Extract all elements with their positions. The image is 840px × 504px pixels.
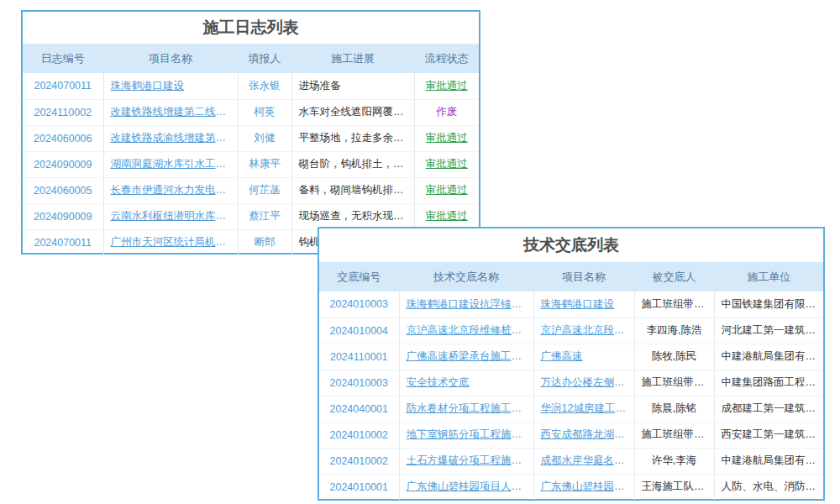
project-name-link[interactable]: 万达办公楼左侧A...: [533, 370, 634, 396]
col-header-log-no: 日志编号: [23, 44, 103, 73]
disclosure-name-link[interactable]: 地下室钢筋分项工程施工...: [399, 422, 533, 448]
table-row: 2024070011 珠海鹤港口建设 张永银 进场准备 审批通过: [23, 73, 479, 99]
recipients-cell: 陈晨,陈铭: [634, 396, 714, 422]
col-header-project-name: 项目名称: [533, 262, 634, 291]
project-name-link[interactable]: 长春市伊通河水力发电厂...: [103, 177, 238, 203]
construction-log-header-row: 日志编号 项目名称 填报人 施工进展 流程状态: [23, 44, 479, 73]
progress-cell: 现场巡查，无积水现象，水...: [291, 203, 414, 229]
project-name-link[interactable]: 改建铁路成渝线增建第二...: [103, 125, 238, 151]
project-name-link[interactable]: 广佛高速: [533, 344, 634, 370]
disclosure-no-cell[interactable]: 2024040001: [319, 396, 399, 422]
disclosure-no-cell[interactable]: 2024010004: [319, 318, 399, 344]
log-no-cell[interactable]: 2024060005: [23, 177, 103, 203]
project-name-link[interactable]: 广东佛山碧桂园项目: [533, 474, 634, 500]
reporter-cell: 张永银: [238, 73, 291, 99]
progress-cell: 砌台阶，钩机排土，二包砌...: [291, 151, 414, 177]
table-row: 2024060005 长春市伊通河水力发电厂... 何芷菡 备料，砌间墙钩机排土…: [23, 177, 479, 203]
table-row: 2024090009 湖南洞庭湖水库引水工程... 林康平 砌台阶，钩机排土，二…: [23, 151, 479, 177]
project-name-link[interactable]: 珠海鹤港口建设: [103, 73, 238, 99]
disclosure-no-cell[interactable]: 2024010003: [319, 370, 399, 396]
col-header-disclosure-name: 技术交底名称: [399, 262, 533, 291]
construction-unit-cell: 中国铁建集团有限公司: [714, 291, 823, 318]
log-no-cell[interactable]: 2024090009: [23, 203, 103, 229]
table-row: 2024060006 改建铁路成渝线增建第二... 刘健 平整场地，拉走多余泥土…: [23, 125, 479, 151]
table-row: 2024040001 防水卷材分项工程施工技... 华润12城房建工程... 陈…: [319, 396, 823, 422]
recipients-cell: 李四海,陈浩: [634, 318, 714, 344]
construction-unit-cell: 西安建工第一建筑有...: [714, 422, 823, 448]
progress-cell: 进场准备: [291, 73, 414, 99]
log-no-cell[interactable]: 2024070011: [23, 229, 103, 255]
status-link[interactable]: 审批通过: [414, 177, 479, 203]
progress-cell: 平整场地，拉走多余泥土15...: [291, 125, 414, 151]
construction-unit-cell: 中建港航局集团有限...: [714, 448, 823, 474]
disclosure-name-link[interactable]: 广佛高速桥梁承台施工技...: [399, 344, 533, 370]
recipients-cell: 陈牧,陈民: [634, 344, 714, 370]
tech-disclosure-header-row: 交底编号 技术交底名称 项目名称 被交底人 施工单位: [319, 262, 823, 291]
reporter-cell: 柯英: [238, 99, 291, 125]
disclosure-name-link[interactable]: 安全技术交底: [399, 370, 533, 396]
log-no-cell[interactable]: 2024110002: [23, 99, 103, 125]
table-row: 2024110001 广佛高速桥梁承台施工技... 广佛高速 陈牧,陈民 中建港…: [319, 344, 823, 370]
disclosure-no-cell[interactable]: 2024010003: [319, 291, 399, 318]
construction-unit-cell: 河北建工第一建筑有...: [714, 318, 823, 344]
recipients-cell: 施工班组带班...: [634, 370, 714, 396]
col-header-construction-unit: 施工单位: [714, 262, 823, 291]
tech-disclosure-title: 技术交底列表: [319, 228, 823, 262]
tech-disclosure-panel: 技术交底列表 交底编号 技术交底名称 项目名称 被交底人 施工单位 202401…: [318, 227, 825, 501]
col-header-recipients: 被交底人: [634, 262, 714, 291]
col-header-disclosure-no: 交底编号: [319, 262, 399, 291]
disclosure-name-link[interactable]: 珠海鹤港口建设抗浮锚杆...: [399, 291, 533, 318]
project-name-link[interactable]: 西安成都路龙湖上...: [533, 422, 634, 448]
log-no-cell[interactable]: 2024090009: [23, 151, 103, 177]
status-link[interactable]: 审批通过: [414, 73, 479, 99]
log-no-cell[interactable]: 2024060006: [23, 125, 103, 151]
disclosure-name-link[interactable]: 土石方爆破分项工程施工...: [399, 448, 533, 474]
project-name-link[interactable]: 广州市天河区统计局机房...: [103, 229, 238, 255]
construction-log-title: 施工日志列表: [23, 12, 479, 44]
table-row: 2024090009 云南水利枢纽潜明水库一... 蔡江平 现场巡查，无积水现象…: [23, 203, 479, 229]
project-name-link[interactable]: 湖南洞庭湖水库引水工程...: [103, 151, 238, 177]
col-header-status: 流程状态: [414, 44, 479, 73]
reporter-cell: 何芷菡: [238, 177, 291, 203]
table-row: 2024010002 地下室钢筋分项工程施工... 西安成都路龙湖上... 施工…: [319, 422, 823, 448]
recipients-cell: 施工班组带班...: [634, 291, 714, 318]
project-name-link[interactable]: 成都水岸华庭名苑...: [533, 448, 634, 474]
disclosure-no-cell[interactable]: 2024010002: [319, 448, 399, 474]
recipients-cell: 王海施工队全队: [634, 474, 714, 500]
status-badge: 作废: [414, 99, 479, 125]
progress-cell: 水车对全线遮阳网覆盖点进...: [291, 99, 414, 125]
recipients-cell: 施工班组带班...: [634, 422, 714, 448]
construction-unit-cell: 成都建工第一建筑有...: [714, 396, 823, 422]
reporter-cell: 刘健: [238, 125, 291, 151]
project-name-link[interactable]: 珠海鹤港口建设: [533, 291, 634, 318]
reporter-cell: 断郎: [238, 229, 291, 255]
disclosure-no-cell[interactable]: 2024010001: [319, 474, 399, 500]
project-name-link[interactable]: 云南水利枢纽潜明水库一...: [103, 203, 238, 229]
table-row: 2024010003 安全技术交底 万达办公楼左侧A... 施工班组带班... …: [319, 370, 823, 396]
table-row: 2024110002 改建铁路线增建第二线直... 柯英 水车对全线遮阳网覆盖点…: [23, 99, 479, 125]
project-name-link[interactable]: 京沪高速北京段维修: [533, 318, 634, 344]
disclosure-name-link[interactable]: 防水卷材分项工程施工技...: [399, 396, 533, 422]
construction-unit-cell: 中建集团路面工程有...: [714, 370, 823, 396]
table-row: 2024010004 京沪高速北京段维修桩帽... 京沪高速北京段维修 李四海,…: [319, 318, 823, 344]
disclosure-name-link[interactable]: 广东佛山碧桂园项目人防...: [399, 474, 533, 500]
log-no-cell[interactable]: 2024070011: [23, 73, 103, 99]
table-row: 2024010002 土石方爆破分项工程施工... 成都水岸华庭名苑... 许华…: [319, 448, 823, 474]
disclosure-name-link[interactable]: 京沪高速北京段维修桩帽...: [399, 318, 533, 344]
status-link[interactable]: 审批通过: [414, 151, 479, 177]
reporter-cell: 蔡江平: [238, 203, 291, 229]
construction-log-panel: 施工日志列表 日志编号 项目名称 填报人 施工进展 流程状态 202407001…: [21, 10, 480, 255]
construction-unit-cell: 中建港航局集团有限...: [714, 344, 823, 370]
col-header-reporter: 填报人: [238, 44, 291, 73]
construction-log-table: 日志编号 项目名称 填报人 施工进展 流程状态 2024070011 珠海鹤港口…: [23, 44, 479, 255]
status-link[interactable]: 审批通过: [414, 203, 479, 229]
disclosure-no-cell[interactable]: 2024110001: [319, 344, 399, 370]
disclosure-no-cell[interactable]: 2024010002: [319, 422, 399, 448]
status-link[interactable]: 审批通过: [414, 125, 479, 151]
col-header-progress: 施工进展: [291, 44, 414, 73]
project-name-link[interactable]: 改建铁路线增建第二线直...: [103, 99, 238, 125]
tech-disclosure-table: 交底编号 技术交底名称 项目名称 被交底人 施工单位 2024010003 珠海…: [319, 262, 823, 500]
project-name-link[interactable]: 华润12城房建工程...: [533, 396, 634, 422]
table-row: 2024010001 广东佛山碧桂园项目人防... 广东佛山碧桂园项目 王海施工…: [319, 474, 823, 500]
progress-cell: 备料，砌间墙钩机排土，瓦...: [291, 177, 414, 203]
